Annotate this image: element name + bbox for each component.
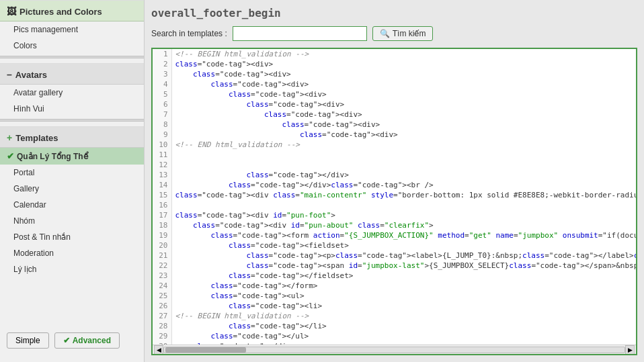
line-code: class="code-tag"><fieldset> <box>171 240 636 251</box>
line-number: 9 <box>153 130 171 140</box>
line-code: class="code-tag"></div>class="code-tag">… <box>171 180 636 190</box>
sidebar-item-nhom[interactable]: Nhóm <box>0 213 144 229</box>
sidebar-item-post-tin-nhan[interactable]: Post & Tin nhắn <box>0 229 144 245</box>
table-row: 25 class="code-tag"><ul> <box>153 291 636 301</box>
line-number: 28 <box>153 321 171 331</box>
divider-1 <box>0 56 144 58</box>
sidebar-item-calendar[interactable]: Calendar <box>0 197 144 213</box>
line-number: 7 <box>153 109 171 120</box>
sidebar: 🖼 Pictures and Colors Pics management Co… <box>0 0 145 362</box>
sidebar-item-gallery[interactable]: Gallery <box>0 181 144 197</box>
table-row: 10<!-- END html_validation --> <box>153 140 636 150</box>
line-number: 11 <box>153 150 171 160</box>
table-row: 7 class="code-tag"><div> <box>153 109 636 120</box>
code-area[interactable]: 1<!-- BEGIN html_validation -->2class="c… <box>153 49 636 345</box>
line-number: 24 <box>153 281 171 291</box>
line-code: class="code-tag"><div class="main-conten… <box>171 190 636 200</box>
sidebar-item-colors[interactable]: Colors <box>0 38 144 54</box>
sidebar-item-hinh-vui[interactable]: Hình Vui <box>0 101 144 117</box>
sidebar-section-avatars: – Avatars <box>0 63 144 85</box>
line-number: 1 <box>153 49 171 59</box>
sidebar-item-moderation[interactable]: Moderation <box>0 245 144 261</box>
scroll-thumb[interactable] <box>165 347 246 353</box>
line-number: 26 <box>153 301 171 311</box>
page-title: overall_footer_begin <box>151 7 637 19</box>
table-row: 26 class="code-tag"><li> <box>153 301 636 311</box>
table-row: 28 class="code-tag"></li> <box>153 321 636 331</box>
divider-2 <box>0 119 144 122</box>
line-number: 19 <box>153 230 171 240</box>
search-icon: 🔍 <box>380 29 390 38</box>
sidebar-item-quan-ly[interactable]: ✔ Quản Lý Tổng Thể <box>0 148 144 165</box>
line-code: <!-- BEGIN html_validation --> <box>171 49 636 59</box>
line-code: class="code-tag"><p>class="code-tag"><la… <box>171 251 636 261</box>
line-number: 14 <box>153 180 171 190</box>
sidebar-item-ly-lich[interactable]: Lý lịch <box>0 261 144 277</box>
line-number: 13 <box>153 170 171 180</box>
line-number: 23 <box>153 271 171 281</box>
line-code: class="code-tag"><span id="jumpbox-last"… <box>171 261 636 271</box>
line-number: 16 <box>153 200 171 210</box>
table-row: 14 class="code-tag"></div>class="code-ta… <box>153 180 636 190</box>
line-number: 10 <box>153 140 171 150</box>
pics-colors-label: Pictures and Colors <box>19 7 102 17</box>
line-number: 12 <box>153 160 171 170</box>
templates-label: Templates <box>15 133 58 143</box>
scroll-track[interactable] <box>163 347 625 353</box>
line-code <box>171 200 636 210</box>
line-number: 21 <box>153 251 171 261</box>
sidebar-item-avatar-gallery[interactable]: Avatar gallery <box>0 85 144 101</box>
table-row: 15class="code-tag"><div class="main-cont… <box>153 190 636 200</box>
table-row: 4 class="code-tag"><div> <box>153 79 636 89</box>
templates-icon: + <box>7 132 12 143</box>
line-code: class="code-tag"><ul> <box>171 291 636 301</box>
line-number: 29 <box>153 331 171 341</box>
line-code: <!-- BEGIN html_validation --> <box>171 311 636 321</box>
line-number: 8 <box>153 120 171 130</box>
advanced-check-icon: ✔ <box>63 336 70 345</box>
line-number: 17 <box>153 210 171 220</box>
line-code: class="code-tag"><div> <box>171 89 636 99</box>
table-row: 1<!-- BEGIN html_validation --> <box>153 49 636 59</box>
line-code: class="code-tag"><div> <box>171 79 636 89</box>
line-number: 25 <box>153 291 171 301</box>
table-row: 13 class="code-tag"></div> <box>153 170 636 180</box>
line-number: 20 <box>153 240 171 251</box>
table-row: 8 class="code-tag"><div> <box>153 120 636 130</box>
table-row: 22 class="code-tag"><span id="jumpbox-la… <box>153 261 636 271</box>
search-input[interactable] <box>233 26 367 41</box>
line-number: 27 <box>153 311 171 321</box>
line-number: 15 <box>153 190 171 200</box>
table-row: 29 class="code-tag"></ul> <box>153 331 636 341</box>
sidebar-buttons: Simple ✔ Advanced <box>0 326 144 355</box>
sidebar-item-pics-mgmt[interactable]: Pics management <box>0 21 144 38</box>
h-scrollbar[interactable]: ◀ ▶ <box>153 345 636 354</box>
search-button[interactable]: 🔍 Tìm kiếm <box>372 26 434 41</box>
line-number: 22 <box>153 261 171 271</box>
avatars-label: Avatars <box>15 70 47 80</box>
line-code: class="code-tag"><div> <box>171 69 636 79</box>
code-table: 1<!-- BEGIN html_validation -->2class="c… <box>153 49 636 345</box>
line-code <box>171 160 636 170</box>
table-row: 30 class="code-tag"></div> <box>153 341 636 345</box>
pics-colors-icon: 🖼 <box>7 6 16 17</box>
table-row: 27<!-- BEGIN html_validation --> <box>153 311 636 321</box>
line-code: class="code-tag"></fieldset> <box>171 271 636 281</box>
sidebar-item-portal[interactable]: Portal <box>0 165 144 181</box>
table-row: 19 class="code-tag"><form action="{S_JUM… <box>153 230 636 240</box>
line-number: 3 <box>153 69 171 79</box>
line-code: class="code-tag"><div> <box>171 59 636 69</box>
line-code: class="code-tag"><div> <box>171 99 636 109</box>
table-row: 18 class="code-tag"><div id="pun-about" … <box>153 220 636 230</box>
table-row: 3 class="code-tag"><div> <box>153 69 636 79</box>
line-code: class="code-tag"></ul> <box>171 331 636 341</box>
line-number: 2 <box>153 59 171 69</box>
table-row: 24 class="code-tag"></form> <box>153 281 636 291</box>
scroll-left-arrow[interactable]: ◀ <box>154 345 163 355</box>
simple-button[interactable]: Simple <box>7 332 49 349</box>
line-number: 4 <box>153 79 171 89</box>
advanced-button[interactable]: ✔ Advanced <box>54 332 120 349</box>
line-number: 18 <box>153 220 171 230</box>
scroll-right-arrow[interactable]: ▶ <box>625 345 635 355</box>
main-content: overall_footer_begin Search in templates… <box>145 0 644 362</box>
